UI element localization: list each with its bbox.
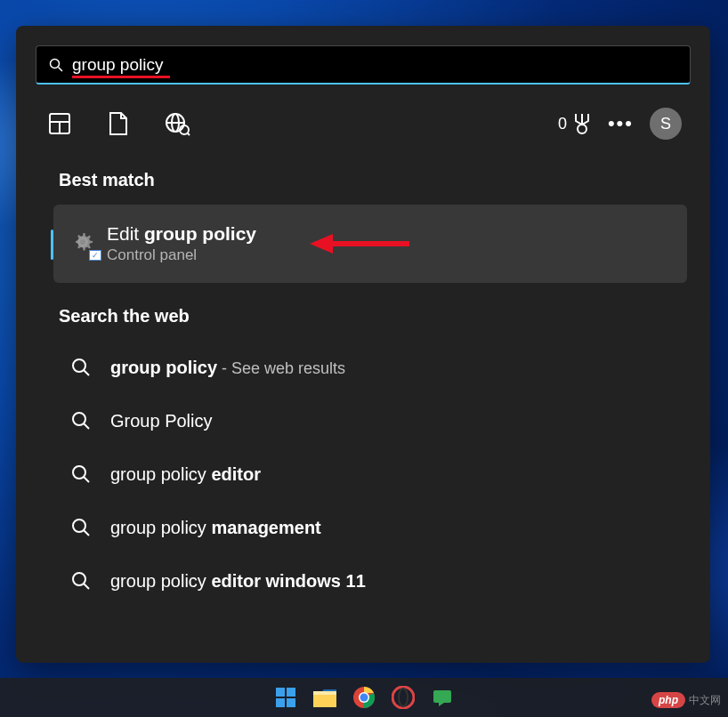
checkmark-badge-icon: ✓ xyxy=(89,250,101,261)
start-search-panel: 0 ••• S Best match ✓ Edit group policy xyxy=(16,26,710,663)
svg-point-34 xyxy=(399,689,408,706)
web-result[interactable]: group policy editor windows 11 xyxy=(36,554,691,608)
search-icon xyxy=(71,518,91,537)
search-web-heading: Search the web xyxy=(59,306,691,326)
svg-line-23 xyxy=(84,584,89,589)
svg-point-16 xyxy=(73,413,85,425)
search-box[interactable] xyxy=(36,45,691,85)
search-icon xyxy=(71,464,91,484)
svg-point-0 xyxy=(51,59,60,68)
svg-rect-24 xyxy=(276,688,285,697)
svg-point-32 xyxy=(360,694,368,702)
svg-line-15 xyxy=(84,370,89,375)
rewards-medal-icon xyxy=(572,112,592,135)
svg-line-19 xyxy=(84,477,89,482)
best-match-title-prefix: Edit xyxy=(107,223,144,244)
best-match-result[interactable]: ✓ Edit group policy Control panel xyxy=(53,205,687,283)
web-result[interactable]: group policy - See web results xyxy=(36,341,691,394)
search-icon xyxy=(71,358,91,377)
svg-point-14 xyxy=(73,359,85,372)
chrome-icon[interactable] xyxy=(351,684,377,711)
filter-toolbar: 0 ••• S xyxy=(36,85,691,147)
watermark-badge: php xyxy=(651,692,685,708)
search-icon xyxy=(49,58,63,72)
svg-marker-13 xyxy=(310,234,333,254)
svg-line-17 xyxy=(84,423,89,429)
annotation-underline xyxy=(72,76,170,78)
filter-apps-icon[interactable] xyxy=(44,109,75,139)
svg-rect-29 xyxy=(313,691,336,695)
start-button[interactable] xyxy=(272,684,299,711)
svg-line-21 xyxy=(84,530,89,536)
web-result[interactable]: Group Policy xyxy=(36,394,691,447)
svg-rect-27 xyxy=(287,698,295,707)
search-icon xyxy=(71,411,91,431)
file-explorer-icon[interactable] xyxy=(311,684,338,711)
more-options-icon[interactable]: ••• xyxy=(608,114,634,133)
web-result[interactable]: group policy editor xyxy=(36,447,691,501)
chat-app-icon[interactable] xyxy=(429,684,456,711)
gpedit-icon: ✓ xyxy=(69,229,100,259)
user-avatar[interactable]: S xyxy=(650,108,682,140)
watermark: php 中文网 xyxy=(651,692,721,708)
best-match-heading: Best match xyxy=(59,170,691,190)
search-input[interactable] xyxy=(72,55,677,75)
opera-icon[interactable] xyxy=(390,684,417,711)
svg-rect-35 xyxy=(433,690,451,703)
search-input-wrap xyxy=(72,55,677,75)
best-match-text: Edit group policy Control panel xyxy=(107,223,256,264)
svg-line-1 xyxy=(59,67,63,71)
search-icon xyxy=(71,571,91,591)
svg-point-20 xyxy=(73,520,85,532)
svg-line-9 xyxy=(188,133,190,136)
points-count: 0 xyxy=(558,115,567,133)
best-match-title-bold: group policy xyxy=(144,223,256,244)
taskbar xyxy=(0,678,728,717)
selection-indicator xyxy=(51,230,53,260)
watermark-text: 中文网 xyxy=(689,693,721,708)
svg-point-33 xyxy=(392,687,414,708)
web-result[interactable]: group policy management xyxy=(36,501,691,554)
filter-web-icon[interactable] xyxy=(162,109,192,139)
filter-documents-icon[interactable] xyxy=(103,109,133,139)
svg-rect-25 xyxy=(287,688,295,697)
best-match-subtitle: Control panel xyxy=(107,246,256,264)
svg-point-22 xyxy=(73,573,85,585)
annotation-arrow xyxy=(310,231,409,256)
svg-rect-26 xyxy=(276,698,285,707)
svg-point-11 xyxy=(578,125,586,133)
rewards-points[interactable]: 0 xyxy=(558,112,592,135)
svg-point-18 xyxy=(73,466,85,479)
